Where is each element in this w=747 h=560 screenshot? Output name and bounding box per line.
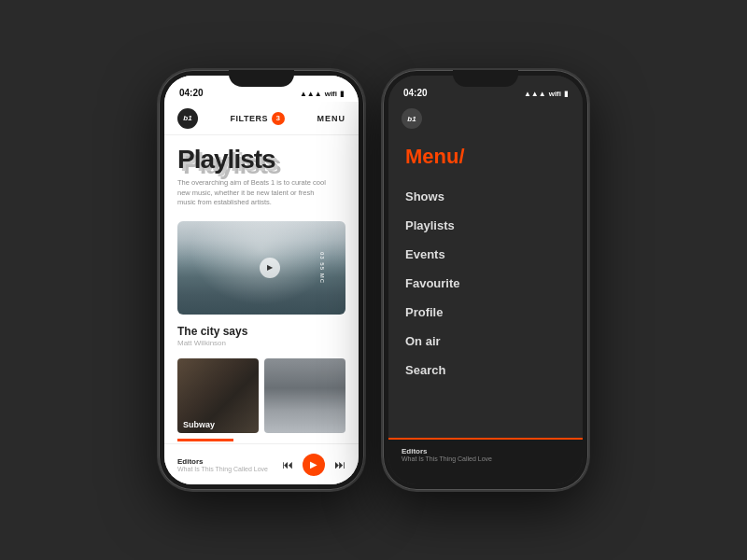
menu-item-favourite[interactable]: Favourite [405,269,566,298]
card-large-info: The city says Matt Wilkinson [164,320,359,353]
beats-logo-right: b1 [402,108,422,129]
status-time-right: 04:20 [403,88,428,98]
card-large[interactable]: ▶ 03 55 MC [177,221,345,315]
phone-right: 04:20 ▲▲▲ wifi ▮ b1 Menu/ Shows [383,70,588,490]
menu-content: Menu/ Shows Playlists Events Favourite P… [388,135,583,438]
phone-right-inner: 04:20 ▲▲▲ wifi ▮ b1 Menu/ Shows [388,76,583,484]
menu-item-profile[interactable]: Profile [405,298,566,327]
filters-label: FILTERS [231,114,268,123]
np-controls-left: ⏮ ▶ ⏭ [282,454,345,476]
notch [229,70,294,87]
np-subtitle-left: What Is This Thing Called Love [177,466,282,472]
play-icon: ▶ [310,459,317,469]
battery-icon-right: ▮ [564,90,568,98]
menu-item-shows[interactable]: Shows [405,182,566,211]
now-playing-right: Editors What Is This Thing Called Love [388,438,583,484]
status-icons-left: ▲▲▲ wifi ▮ [300,90,344,98]
beats-logo-text: b1 [183,114,191,122]
phone-left: 04:20 ▲▲▲ wifi ▮ b1 FILTERS 3 [159,70,364,490]
np-dark-title: Editors [402,447,570,455]
beats-logo-left: b1 [177,108,198,129]
page-title: Playlists [177,147,345,173]
np-info-left: Editors What Is This Thing Called Love [177,457,282,472]
top-bar-right: b1 [388,102,583,135]
next-button[interactable]: ⏭ [334,458,345,471]
scene: 04:20 ▲▲▲ wifi ▮ b1 FILTERS 3 [0,0,747,560]
play-button[interactable]: ▶ [303,454,325,476]
status-icons-right: ▲▲▲ wifi ▮ [524,90,568,98]
wifi-icon-right: wifi [549,90,561,98]
cards-row: Subway [164,353,359,439]
menu-item-playlists[interactable]: Playlists [405,211,566,240]
card-small-right[interactable] [264,358,345,433]
menu-heading: Menu/ [405,145,566,169]
filter-count: 3 [275,114,280,122]
notch-right [453,70,518,87]
card-small-left[interactable]: Subway [177,358,259,433]
orange-bar [177,439,233,441]
now-playing-left: Editors What Is This Thing Called Love ⏮… [164,443,359,484]
card-large-tag: 03 55 MC [319,251,325,283]
np-dark-subtitle: What Is This Thing Called Love [402,455,570,462]
menu-button[interactable]: MENU [317,114,346,123]
filter-badge: 3 [272,112,285,125]
play-circle[interactable]: ▶ [260,258,280,278]
status-time-left: 04:20 [179,88,204,98]
menu-item-on-air[interactable]: On air [405,327,566,356]
filters-button[interactable]: FILTERS 3 [231,112,285,125]
main-content-left[interactable]: Playlists The overarching aim of Beats 1… [164,135,359,443]
menu-item-search[interactable]: Search [405,356,566,385]
page-description: The overarching aim of Beats 1 is to cur… [177,178,327,208]
signal-icon-right: ▲▲▲ [524,90,546,98]
card-large-subtitle: Matt Wilkinson [177,339,345,347]
page-header: Playlists The overarching aim of Beats 1… [164,135,359,216]
card-large-title: The city says [177,325,345,338]
wifi-icon: wifi [325,90,337,98]
prev-button[interactable]: ⏮ [282,458,293,471]
card-small-left-title: Subway [183,420,215,429]
card-small-right-image [264,358,345,433]
menu-item-events[interactable]: Events [405,240,566,269]
np-title-left: Editors [177,457,282,466]
beats-logo-text-right: b1 [407,115,416,123]
phone-left-inner: 04:20 ▲▲▲ wifi ▮ b1 FILTERS 3 [164,76,359,484]
card-large-image: ▶ 03 55 MC [177,221,345,315]
top-bar-left: b1 FILTERS 3 MENU [164,102,359,135]
signal-icon: ▲▲▲ [300,90,322,98]
battery-icon: ▮ [340,90,344,98]
